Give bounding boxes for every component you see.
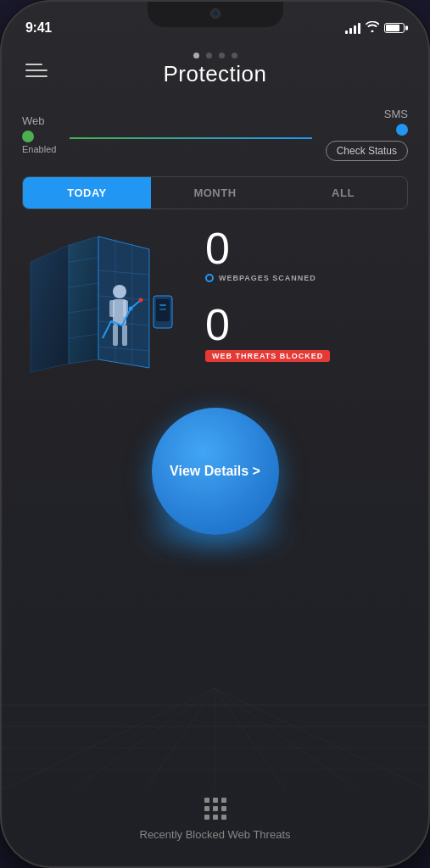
grid-dot: [204, 815, 209, 820]
page-dots: [193, 53, 237, 58]
page-title: Protection: [22, 61, 408, 87]
webpages-dot: [205, 274, 214, 282]
svg-point-19: [129, 307, 133, 311]
tab-all[interactable]: ALL: [279, 177, 407, 209]
tabs-bar: TODAY MONTH ALL: [22, 176, 408, 209]
tab-month[interactable]: MONTH: [151, 177, 279, 209]
signal-bars: [345, 23, 360, 34]
signal-bar-3: [354, 25, 356, 34]
grid-dot: [221, 806, 226, 811]
svg-point-13: [113, 285, 126, 298]
grid-dot: [213, 815, 218, 820]
view-details-container: View Details >: [2, 408, 428, 535]
threats-label-row: WEB THREATS BLOCKED: [205, 350, 408, 362]
stats-numbers: 0 WEBPAGES SCANNED 0 WEB THREATS BLOCKED: [192, 226, 408, 382]
svg-rect-24: [159, 309, 166, 310]
phone-frame: 9:41: [0, 0, 430, 868]
status-icons: [345, 21, 405, 35]
phone-screen: 9:41: [2, 2, 428, 866]
tab-today[interactable]: TODAY: [23, 177, 151, 209]
webpages-stat: 0 WEBPAGES SCANNED: [205, 226, 408, 282]
bottom-label: Recently Blocked Web Threats: [140, 828, 291, 841]
page-dot-3: [219, 53, 225, 58]
grid-dots-icon: [204, 798, 226, 820]
grid-dot: [204, 806, 209, 811]
svg-point-20: [139, 298, 143, 303]
check-status-button[interactable]: Check Status: [326, 141, 408, 161]
signal-bar-4: [358, 23, 360, 34]
menu-line-top: [25, 64, 42, 65]
threats-count: 0: [205, 303, 408, 347]
menu-button[interactable]: [25, 59, 47, 81]
webpages-label: WEBPAGES SCANNED: [219, 274, 316, 282]
svg-rect-15: [109, 300, 114, 317]
security-illustration: [22, 228, 192, 381]
stats-area: 0 WEBPAGES SCANNED 0 WEB THREATS BLOCKED: [2, 226, 428, 382]
status-time: 9:41: [25, 20, 52, 36]
grid-dot: [204, 798, 209, 803]
svg-line-35: [215, 688, 428, 790]
svg-marker-1: [69, 236, 98, 364]
svg-line-30: [73, 688, 215, 790]
battery-icon: [384, 23, 405, 33]
threats-badge: WEB THREATS BLOCKED: [205, 350, 330, 362]
web-status-dot: [22, 131, 34, 142]
notch: [148, 2, 283, 27]
web-section: Web Enabled: [22, 114, 56, 154]
camera: [210, 8, 221, 19]
view-details-button[interactable]: View Details >: [152, 408, 279, 535]
sms-label: SMS: [384, 108, 408, 120]
content-area: Protection Web Enabled SMS Check Status: [2, 44, 428, 866]
webpages-count: 0: [205, 226, 408, 270]
menu-line-bot: [25, 75, 47, 77]
svg-line-34: [215, 688, 357, 790]
page-dot-4: [232, 53, 237, 58]
svg-marker-0: [31, 245, 69, 372]
grid-dot: [221, 815, 226, 820]
signal-bar-1: [345, 31, 348, 34]
threats-stat: 0 WEB THREATS BLOCKED: [205, 303, 408, 362]
grid-floor: [2, 688, 428, 790]
web-enabled-label: Enabled: [22, 144, 56, 154]
wifi-icon: [366, 21, 379, 35]
bottom-section: Recently Blocked Web Threats: [2, 798, 428, 841]
svg-rect-23: [159, 304, 166, 306]
grid-dot: [213, 806, 218, 811]
svg-rect-17: [113, 325, 118, 346]
grid-dot: [221, 798, 226, 803]
protection-divider: [70, 137, 311, 139]
grid-dot: [213, 798, 218, 803]
page-dot-1: [193, 53, 199, 58]
svg-rect-18: [122, 325, 127, 346]
battery-fill: [386, 25, 399, 31]
web-label: Web: [22, 114, 45, 127]
page-dot-2: [206, 53, 212, 58]
svg-line-31: [145, 688, 215, 790]
svg-line-29: [2, 688, 215, 790]
sms-section: SMS Check Status: [326, 108, 408, 161]
svg-line-33: [215, 688, 285, 790]
menu-line-mid: [25, 70, 47, 71]
sms-status-dot: [396, 124, 408, 136]
protection-row: Web Enabled SMS Check Status: [2, 108, 428, 161]
signal-bar-2: [349, 28, 352, 34]
webpages-label-row: WEBPAGES SCANNED: [205, 274, 408, 282]
